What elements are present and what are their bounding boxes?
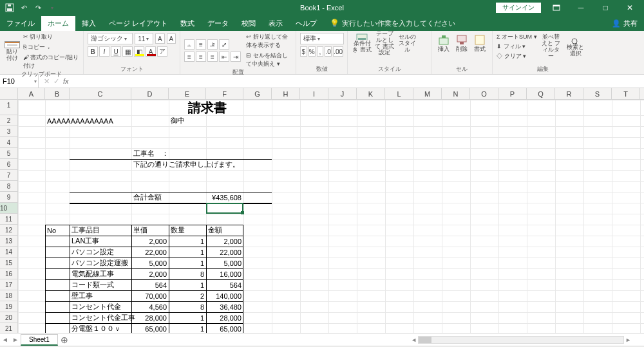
- col-head-G[interactable]: G: [243, 88, 272, 99]
- align-center-icon[interactable]: ≡: [196, 52, 206, 62]
- col-head-M[interactable]: M: [413, 88, 442, 99]
- close-icon[interactable]: ✕: [621, 1, 639, 14]
- row-head-8[interactable]: 8: [0, 181, 17, 192]
- row-head-19[interactable]: 19: [0, 301, 17, 312]
- autosum-button[interactable]: Σ オートSUM ▾: [497, 33, 537, 41]
- redo-icon[interactable]: ↷: [32, 2, 44, 14]
- cut-button[interactable]: ✂ 切り取り: [23, 33, 79, 41]
- tab-file[interactable]: ファイル: [0, 16, 41, 31]
- delete-cells-button[interactable]: 削除: [453, 33, 469, 53]
- percent-icon[interactable]: %: [308, 46, 316, 57]
- cell-E2[interactable]: 御中: [169, 115, 206, 126]
- col-head-D[interactable]: D: [131, 88, 169, 99]
- col-head-S[interactable]: S: [583, 88, 612, 99]
- row-head-11[interactable]: 11: [0, 214, 17, 225]
- col-head-F[interactable]: F: [206, 88, 243, 99]
- col-head-R[interactable]: R: [555, 88, 583, 99]
- add-sheet-icon[interactable]: ⊕: [58, 335, 71, 345]
- tellme-box[interactable]: 💡実行したい作業を入力してください: [323, 16, 462, 31]
- row-head-10[interactable]: 10: [0, 203, 17, 214]
- undo-icon[interactable]: ↶: [18, 2, 30, 14]
- fx-icon[interactable]: fx: [63, 77, 69, 85]
- phonetic-button[interactable]: ア: [157, 46, 167, 57]
- col-head-E[interactable]: E: [169, 88, 206, 99]
- row-head-4[interactable]: 4: [0, 137, 17, 148]
- tab-formulas[interactable]: 数式: [174, 16, 201, 31]
- ribbon-options-icon[interactable]: [547, 1, 565, 14]
- col-head-I[interactable]: I: [300, 88, 328, 99]
- cell-styles-button[interactable]: セルの スタイル: [397, 33, 417, 53]
- qat-dropdown-icon[interactable]: ▾: [46, 2, 58, 14]
- tab-data[interactable]: データ: [201, 16, 235, 31]
- format-cells-button[interactable]: 書式: [472, 33, 488, 53]
- col-head-J[interactable]: J: [328, 88, 357, 99]
- clear-button[interactable]: ◇ クリア ▾: [497, 52, 537, 61]
- cell-D5[interactable]: 工事名 ：: [131, 148, 169, 159]
- col-head-O[interactable]: O: [470, 88, 498, 99]
- cell-B2[interactable]: AAAAAAAAAAAAAA: [45, 115, 70, 126]
- save-icon[interactable]: [4, 2, 15, 14]
- enter-formula-icon[interactable]: ✓: [53, 77, 59, 86]
- tab-home[interactable]: ホーム: [41, 16, 75, 31]
- col-head-P[interactable]: P: [498, 88, 527, 99]
- row-head-16[interactable]: 16: [0, 268, 17, 279]
- row-head-21[interactable]: 21: [0, 323, 17, 333]
- row-head-20[interactable]: 20: [0, 312, 17, 323]
- currency-icon[interactable]: $: [300, 46, 307, 57]
- maximize-icon[interactable]: □: [596, 1, 614, 14]
- sheet-tab[interactable]: Sheet1: [21, 334, 58, 346]
- name-box[interactable]: F10▾: [0, 75, 39, 88]
- cell-F9[interactable]: ¥435,608: [206, 192, 243, 203]
- cell-D6[interactable]: 下記の通りご請求申し上げます。: [131, 159, 169, 170]
- align-right-icon[interactable]: ≡: [207, 52, 218, 62]
- row-head-7[interactable]: 7: [0, 170, 17, 181]
- select-all-corner[interactable]: [0, 88, 18, 99]
- row-head-5[interactable]: 5: [0, 148, 17, 159]
- tab-review[interactable]: 校閲: [235, 16, 262, 31]
- col-head-T[interactable]: T: [612, 88, 640, 99]
- row-head-1[interactable]: 1: [0, 100, 17, 115]
- cell-D9[interactable]: 合計金額: [131, 192, 169, 203]
- tab-insert[interactable]: 挿入: [75, 16, 102, 31]
- tab-view[interactable]: 表示: [262, 16, 289, 31]
- col-head-H[interactable]: H: [272, 88, 300, 99]
- indent-inc-icon[interactable]: ⇥: [231, 52, 241, 62]
- wrap-text-button[interactable]: ↩ 折り返して全体を表示する: [246, 33, 292, 50]
- row-head-13[interactable]: 13: [0, 236, 17, 247]
- tab-help[interactable]: ヘルプ: [289, 16, 323, 31]
- underline-button[interactable]: U: [111, 46, 121, 57]
- col-head-K[interactable]: K: [357, 88, 385, 99]
- number-format-select[interactable]: 標準▾: [300, 33, 344, 44]
- font-name-select[interactable]: 游ゴシック▾: [88, 33, 133, 44]
- row-head-15[interactable]: 15: [0, 258, 17, 268]
- insert-cells-button[interactable]: 挿入: [435, 33, 451, 53]
- sheet-nav-prev-icon[interactable]: ◄: [0, 336, 10, 343]
- table-format-button[interactable]: テーブルとして 書式設定: [374, 33, 395, 53]
- bold-button[interactable]: B: [88, 46, 98, 57]
- col-head-B[interactable]: B: [45, 88, 70, 99]
- share-button[interactable]: 共有: [623, 19, 638, 27]
- row-head-18[interactable]: 18: [0, 290, 17, 301]
- align-bottom-icon[interactable]: ⫡: [207, 39, 218, 50]
- align-middle-icon[interactable]: ≡: [196, 39, 206, 50]
- border-button[interactable]: ▦: [122, 46, 133, 57]
- row-head-9[interactable]: 9: [0, 192, 17, 203]
- decrease-font-icon[interactable]: A: [167, 33, 176, 44]
- align-top-icon[interactable]: ⫠: [184, 39, 194, 50]
- fill-color-button[interactable]: ◧: [134, 46, 144, 57]
- sort-filter-button[interactable]: AZ並べ替えと フィルター: [541, 37, 562, 57]
- italic-button[interactable]: I: [99, 46, 109, 57]
- decimal-dec-icon[interactable]: .00: [333, 46, 343, 57]
- col-head-L[interactable]: L: [385, 88, 413, 99]
- font-size-select[interactable]: 11▾: [135, 33, 153, 44]
- row-head-2[interactable]: 2: [0, 115, 17, 126]
- merge-center-button[interactable]: ⊟ セルを結合して中央揃え ▾: [246, 52, 292, 68]
- decimal-inc-icon[interactable]: .0: [325, 46, 332, 57]
- row-head-14[interactable]: 14: [0, 247, 17, 258]
- tab-pagelayout[interactable]: ページ レイアウト: [102, 16, 174, 31]
- col-head-A[interactable]: A: [18, 88, 45, 99]
- col-head-N[interactable]: N: [442, 88, 470, 99]
- copy-button[interactable]: ⎘ コピー ▾: [23, 43, 79, 52]
- conditional-format-button[interactable]: 条件付き 書式: [352, 33, 372, 53]
- formula-bar[interactable]: [74, 75, 644, 88]
